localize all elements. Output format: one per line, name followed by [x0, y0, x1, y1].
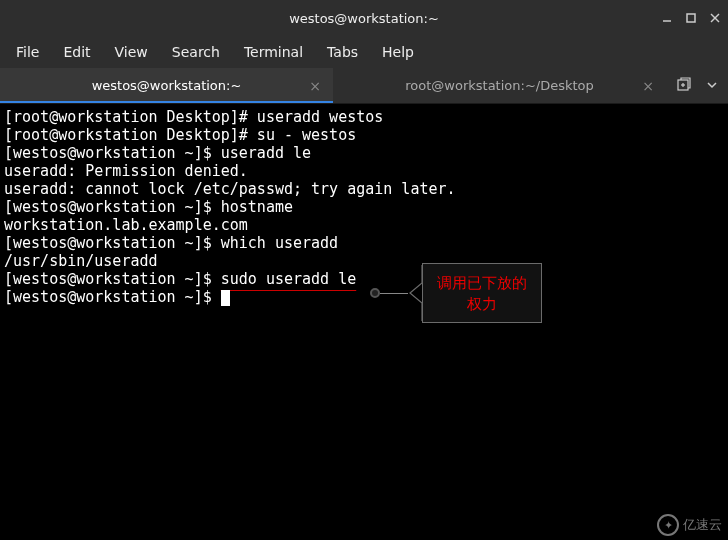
terminal-viewport[interactable]: [root@workstation Desktop]# useradd west… [0, 104, 728, 540]
watermark-icon: ✦ [657, 514, 679, 536]
cursor-icon [221, 290, 230, 306]
window-controls [662, 12, 720, 25]
tab-extras [666, 68, 728, 103]
minimize-icon[interactable] [662, 12, 672, 25]
close-icon[interactable] [710, 12, 720, 25]
term-line: [root@workstation Desktop]# useradd west… [4, 108, 724, 126]
menu-help[interactable]: Help [372, 40, 424, 64]
annotation: 调用已下放的 权力 [370, 263, 542, 323]
menu-search[interactable]: Search [162, 40, 230, 64]
new-tab-icon[interactable] [676, 76, 692, 95]
menu-tabs[interactable]: Tabs [317, 40, 368, 64]
annotation-dot-icon [370, 288, 380, 298]
annotation-connector [380, 293, 408, 294]
window-title: westos@workstation:~ [289, 11, 439, 26]
term-line: workstation.lab.example.com [4, 216, 724, 234]
term-line-sudo: [westos@workstation ~]$ sudo useradd le [4, 270, 724, 288]
menu-edit[interactable]: Edit [53, 40, 100, 64]
tab-2-label: root@workstation:~/Desktop [405, 78, 594, 93]
menu-file[interactable]: File [6, 40, 49, 64]
term-line: useradd: cannot lock /etc/passwd; try ag… [4, 180, 724, 198]
term-line: /usr/sbin/useradd [4, 252, 724, 270]
tab-1-close-icon[interactable]: × [309, 78, 321, 94]
menu-terminal[interactable]: Terminal [234, 40, 313, 64]
term-line: [westos@workstation ~]$ which useradd [4, 234, 724, 252]
svg-rect-1 [687, 14, 695, 22]
tab-2-close-icon[interactable]: × [642, 78, 654, 94]
term-line: [westos@workstation ~]$ hostname [4, 198, 724, 216]
annotation-notch-icon [408, 265, 422, 321]
menubar: File Edit View Search Terminal Tabs Help [0, 36, 728, 68]
tabbar: westos@workstation:~ × root@workstation:… [0, 68, 728, 104]
watermark: ✦ 亿速云 [657, 514, 722, 536]
menu-view[interactable]: View [105, 40, 158, 64]
watermark-text: 亿速云 [683, 516, 722, 534]
tab-1[interactable]: westos@workstation:~ × [0, 68, 333, 103]
maximize-icon[interactable] [686, 12, 696, 25]
term-line: useradd: Permission denied. [4, 162, 724, 180]
term-line-prompt: [westos@workstation ~]$ [4, 288, 724, 306]
term-line: [westos@workstation ~]$ useradd le [4, 144, 724, 162]
tab-2[interactable]: root@workstation:~/Desktop × [333, 68, 666, 103]
highlighted-command: sudo useradd le [221, 270, 356, 288]
annotation-label: 调用已下放的 权力 [422, 263, 542, 323]
window-titlebar: westos@workstation:~ [0, 0, 728, 36]
chevron-down-icon[interactable] [706, 78, 718, 94]
tab-1-label: westos@workstation:~ [92, 78, 242, 93]
term-line: [root@workstation Desktop]# su - westos [4, 126, 724, 144]
